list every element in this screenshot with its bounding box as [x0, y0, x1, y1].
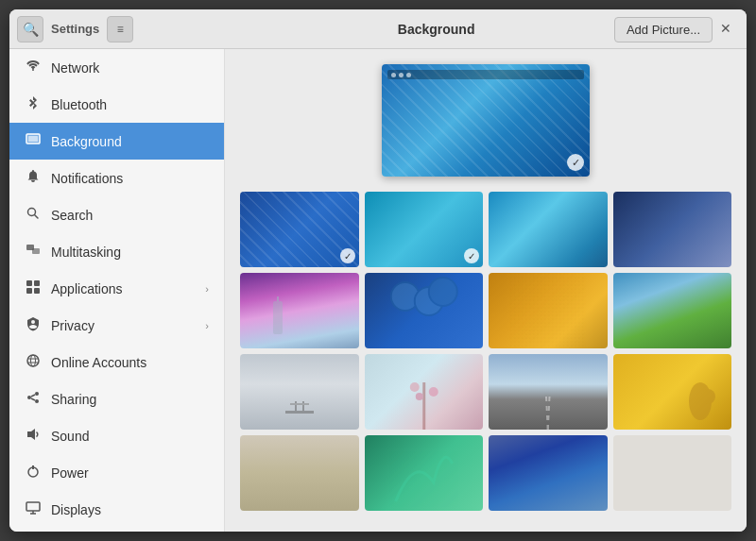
svg-point-42: [428, 387, 438, 397]
add-picture-button[interactable]: Add Picture...: [614, 17, 713, 42]
svg-point-16: [27, 396, 31, 399]
wallpaper-thumb[interactable]: [489, 273, 608, 348]
sidebar-item-background[interactable]: Background: [9, 123, 224, 160]
wallpaper-thumb[interactable]: [240, 354, 359, 430]
chevron-right-icon: ›: [205, 320, 209, 331]
svg-rect-8: [34, 280, 40, 286]
sidebar-item-label: Network: [51, 60, 99, 76]
svg-rect-39: [290, 403, 309, 405]
svg-line-44: [546, 392, 548, 430]
mini-titlebar: [387, 70, 584, 79]
sidebar-item-label: Applications: [51, 281, 123, 296]
svg-rect-29: [273, 301, 283, 334]
svg-point-15: [35, 392, 39, 396]
wallpaper-thumb[interactable]: ✓: [365, 192, 484, 267]
sidebar-item-label: Displays: [51, 502, 101, 517]
svg-point-12: [31, 355, 36, 366]
grid-row-2: [240, 273, 731, 348]
sidebar-item-search[interactable]: Search: [9, 196, 224, 233]
sidebar-item-label: Sound: [51, 429, 89, 444]
svg-rect-10: [34, 288, 40, 294]
close-button[interactable]: ✕: [714, 17, 737, 40]
sidebar-item-applications[interactable]: Applications ›: [9, 270, 224, 307]
svg-point-43: [415, 393, 422, 400]
online-accounts-icon: [25, 353, 42, 371]
privacy-icon: [25, 316, 42, 334]
sidebar-item-label: Bluetooth: [51, 97, 107, 112]
svg-rect-6: [32, 248, 40, 254]
settings-label: Settings: [51, 22, 99, 36]
svg-rect-38: [302, 401, 304, 413]
wallpaper-thumb[interactable]: [365, 273, 484, 348]
wallpaper-thumb[interactable]: [240, 435, 359, 511]
sidebar-item-label: Privacy: [51, 318, 94, 333]
wallpaper-thumb[interactable]: [489, 435, 608, 511]
sidebar-item-label: Search: [51, 208, 93, 223]
sidebar-item-label: Notifications: [51, 171, 123, 186]
svg-point-47: [700, 389, 715, 404]
svg-line-4: [35, 215, 39, 219]
svg-rect-36: [285, 411, 314, 414]
svg-line-45: [548, 392, 550, 430]
applications-icon: [25, 279, 42, 297]
sidebar-item-notifications[interactable]: Notifications: [9, 160, 224, 196]
sidebar-item-mouse-touchpad[interactable]: Mouse & Touchpad: [9, 528, 224, 532]
search-button[interactable]: 🔍: [17, 16, 43, 42]
sidebar-item-label: Multitasking: [51, 245, 121, 260]
svg-point-33: [428, 278, 456, 306]
settings-window: 🔍 Settings ≡ Background Add Picture... ✕…: [9, 9, 747, 532]
wallpaper-thumb[interactable]: [613, 273, 732, 348]
network-icon: [25, 59, 42, 76]
svg-rect-2: [28, 136, 38, 142]
wallpaper-thumb[interactable]: ✓: [240, 192, 359, 267]
sidebar-item-displays[interactable]: Displays: [9, 491, 224, 528]
sidebar-item-power[interactable]: Power: [9, 454, 224, 491]
menu-button[interactable]: ≡: [107, 16, 133, 42]
grid-row-4: [240, 435, 731, 511]
sidebar-item-privacy[interactable]: Privacy ›: [9, 307, 224, 344]
featured-background[interactable]: ✓: [382, 64, 590, 177]
sidebar-item-label: Power: [51, 465, 89, 481]
sidebar: Network Bluetooth Background: [9, 49, 225, 532]
sidebar-item-network[interactable]: Network: [9, 49, 224, 86]
sidebar-item-label: Sharing: [51, 392, 96, 407]
svg-line-18: [31, 395, 35, 397]
displays-icon: [25, 500, 42, 518]
wallpaper-thumb[interactable]: [613, 435, 732, 511]
sidebar-item-bluetooth[interactable]: Bluetooth: [9, 86, 224, 123]
background-icon: [25, 132, 42, 150]
sharing-icon: [25, 390, 42, 408]
search-sidebar-icon: [25, 206, 42, 224]
selected-check: ✓: [567, 154, 584, 171]
svg-rect-35: [510, 273, 586, 348]
svg-point-17: [35, 399, 39, 403]
svg-marker-20: [27, 429, 35, 440]
svg-point-41: [409, 382, 419, 392]
grid-row-3: [240, 354, 731, 430]
wallpaper-thumb[interactable]: [240, 273, 359, 348]
wallpaper-thumb[interactable]: [613, 192, 732, 267]
sidebar-item-sound[interactable]: Sound: [9, 417, 224, 454]
svg-rect-9: [26, 288, 32, 294]
sidebar-item-online-accounts[interactable]: Online Accounts: [9, 344, 224, 380]
content-area: ✓ ✓ ✓: [225, 49, 747, 532]
titlebar: 🔍 Settings ≡ Background Add Picture... ✕: [9, 9, 747, 49]
wallpaper-grid: ✓ ✓: [240, 192, 731, 516]
wallpaper-thumb[interactable]: [365, 354, 484, 430]
svg-rect-23: [26, 502, 40, 511]
wallpaper-thumb[interactable]: [613, 354, 732, 430]
sidebar-item-sharing[interactable]: Sharing: [9, 380, 224, 417]
svg-line-19: [31, 398, 35, 400]
sidebar-item-label: Online Accounts: [51, 355, 146, 370]
multitasking-icon: [25, 243, 42, 261]
svg-rect-7: [26, 280, 32, 286]
wallpaper-thumb[interactable]: [489, 192, 608, 267]
sidebar-item-multitasking[interactable]: Multitasking: [9, 233, 224, 270]
wallpaper-thumb[interactable]: [365, 435, 484, 511]
notifications-icon: [25, 169, 42, 187]
svg-point-11: [27, 355, 39, 366]
power-icon: [25, 464, 42, 482]
grid-row-1: ✓ ✓: [240, 192, 731, 267]
wallpaper-thumb[interactable]: [489, 354, 608, 430]
check-icon: ✓: [464, 248, 479, 263]
